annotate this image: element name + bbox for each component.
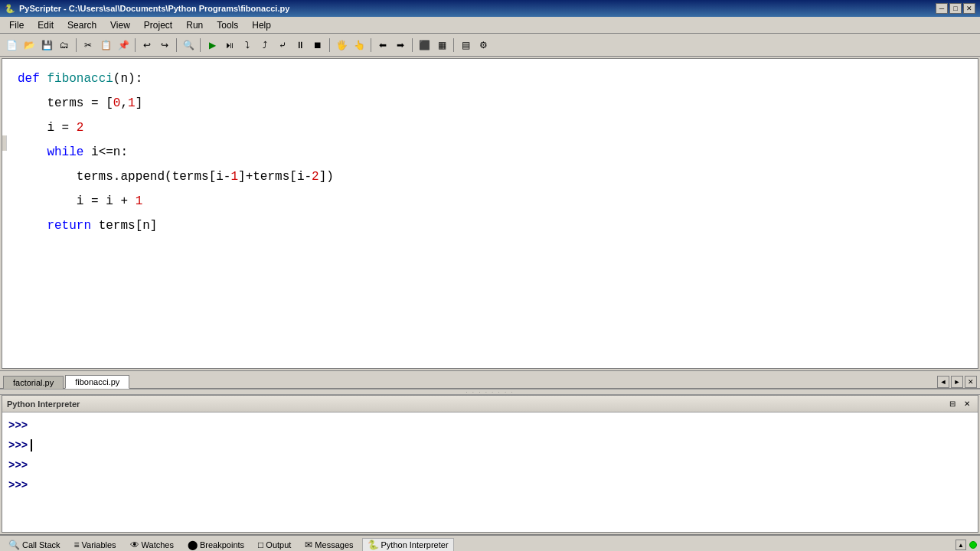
editor-area[interactable]: def fibonacci(n): terms = [0,1] i = 2 wh…: [2, 58, 978, 369]
tab-nav-left[interactable]: ◄: [937, 376, 949, 388]
menu-edit[interactable]: Edit: [31, 18, 60, 32]
toolbar-sep-2: [135, 38, 136, 52]
status-messages[interactable]: ✉ Messages: [299, 538, 358, 551]
panel-close-btn[interactable]: ✕: [961, 399, 973, 408]
variables-icon: ≡: [74, 540, 80, 550]
app-icon: 🐍: [5, 4, 15, 14]
prompt-line-3: >>>: [8, 455, 972, 475]
breakpoints-label: Breakpoints: [200, 540, 244, 549]
tab-close[interactable]: ✕: [965, 376, 977, 388]
pointer-icon[interactable]: 👆: [351, 37, 368, 54]
prompt-line-1: >>>: [8, 416, 972, 435]
menu-run[interactable]: Run: [180, 18, 209, 32]
status-green-indicator: [969, 541, 977, 549]
menu-help[interactable]: Help: [246, 18, 277, 32]
comment-button[interactable]: ▦: [433, 37, 450, 54]
toolbar-sep-1: [76, 38, 77, 52]
prompt-symbol-1: >>>: [8, 416, 28, 435]
step-out[interactable]: ⤶: [274, 37, 291, 54]
menu-bar: File Edit Search View Project Run Tools …: [0, 17, 980, 34]
step-over[interactable]: ⤴: [256, 37, 273, 54]
code-content[interactable]: def fibonacci(n): terms = [0,1] i = 2 wh…: [2, 59, 978, 246]
toolbar: 📄 📂 💾 🗂 ✂ 📋 📌 ↩ ↪ 🔍 ▶ ⏯ ⤵ ⤴ ⤶ ⏸ ⏹ 🖐 👆 ⬅ …: [0, 34, 980, 57]
messages-label: Messages: [315, 540, 353, 549]
run-button[interactable]: ▶: [204, 37, 220, 54]
toolbar-sep-7: [412, 38, 413, 52]
status-bar: 🔍 Call Stack ≡ Variables 👁 Watches ⬤ Bre…: [0, 534, 980, 551]
new-button[interactable]: 📄: [3, 37, 20, 54]
menu-project[interactable]: Project: [138, 18, 178, 32]
toolbar-sep-8: [453, 38, 454, 52]
prompt-symbol-2: >>>: [8, 435, 28, 455]
undo-button[interactable]: ↩: [139, 37, 155, 54]
menu-file[interactable]: File: [3, 18, 30, 32]
prompt-symbol-4: >>>: [8, 475, 28, 495]
pause-button[interactable]: ⏸: [292, 37, 309, 54]
window-title: PyScripter - C:\Users\sal\Documents\Pyth…: [19, 4, 289, 13]
tab-bar: factorial.py fibonacci.py ◄ ► ✕: [0, 370, 980, 389]
status-right: ▲: [956, 540, 977, 550]
toolbar-sep-4: [200, 38, 201, 52]
close-button[interactable]: ✕: [963, 3, 975, 14]
tab-nav-right[interactable]: ►: [951, 376, 963, 388]
status-scroll-up[interactable]: ▲: [956, 540, 966, 550]
breakpoints-icon: ⬤: [188, 540, 198, 550]
call-stack-label: Call Stack: [22, 540, 60, 549]
cut-button[interactable]: ✂: [80, 37, 96, 54]
nav-forward[interactable]: ➡: [392, 37, 409, 54]
tab-bar-right: ◄ ► ✕: [937, 376, 980, 388]
variables-label: Variables: [82, 540, 116, 549]
title-bar-left: 🐍 PyScripter - C:\Users\sal\Documents\Py…: [5, 4, 289, 14]
interpreter-content[interactable]: >>> >>> >>> >>>: [2, 412, 978, 532]
nav-back[interactable]: ⬅: [374, 37, 391, 54]
title-bar: 🐍 PyScripter - C:\Users\sal\Documents\Py…: [0, 0, 980, 17]
prompt-line-2[interactable]: >>>: [8, 435, 972, 455]
call-stack-icon: 🔍: [8, 540, 20, 550]
maximize-button[interactable]: □: [949, 3, 962, 14]
indent-button[interactable]: ⬛: [416, 37, 433, 54]
copy-button[interactable]: 📋: [97, 37, 114, 54]
settings-button[interactable]: ⚙: [475, 37, 492, 54]
redo-button[interactable]: ↪: [156, 37, 173, 54]
find-button[interactable]: 🔍: [180, 37, 197, 54]
prompt-line-4: >>>: [8, 475, 972, 495]
menu-view[interactable]: View: [104, 18, 136, 32]
tab-fibonacci[interactable]: fibonacci.py: [65, 375, 129, 389]
panel-minimize-btn[interactable]: ⊟: [946, 399, 959, 408]
menu-tools[interactable]: Tools: [211, 18, 244, 32]
watches-icon: 👁: [130, 540, 139, 550]
open-button[interactable]: 📂: [21, 37, 38, 54]
title-bar-controls[interactable]: ─ □ ✕: [936, 3, 975, 14]
save-all-button[interactable]: 🗂: [56, 37, 73, 54]
status-breakpoints[interactable]: ⬤ Breakpoints: [182, 538, 250, 551]
status-output[interactable]: □ Output: [253, 538, 296, 551]
minimize-button[interactable]: ─: [936, 3, 948, 14]
tab-factorial[interactable]: factorial.py: [3, 376, 64, 389]
cursor: [31, 439, 32, 452]
watches-label: Watches: [142, 540, 174, 549]
run-to-cursor[interactable]: ⏯: [221, 37, 238, 54]
output-icon: □: [258, 540, 263, 550]
hand-icon[interactable]: 🖐: [333, 37, 350, 54]
panel-header: Python Interpreter ⊟ ✕: [2, 396, 978, 412]
splitter[interactable]: · · · · · · · ·: [0, 389, 980, 395]
bottom-panel: Python Interpreter ⊟ ✕ >>> >>> >>> >>>: [2, 395, 978, 533]
line-indicator: [2, 135, 7, 151]
layout-button[interactable]: ▤: [457, 37, 474, 54]
save-button[interactable]: 💾: [38, 37, 55, 54]
menu-search[interactable]: Search: [61, 18, 103, 32]
main-area: def fibonacci(n): terms = [0,1] i = 2 wh…: [0, 57, 980, 534]
python-interpreter-label: Python Interpreter: [381, 540, 449, 549]
status-watches[interactable]: 👁 Watches: [125, 538, 179, 551]
toolbar-sep-3: [176, 38, 177, 52]
messages-icon: ✉: [305, 540, 312, 550]
panel-controls[interactable]: ⊟ ✕: [946, 399, 973, 408]
toolbar-sep-5: [329, 38, 330, 52]
status-python-interpreter[interactable]: 🐍 Python Interpreter: [362, 538, 454, 552]
status-call-stack[interactable]: 🔍 Call Stack: [3, 538, 66, 551]
panel-title: Python Interpreter: [7, 399, 80, 409]
paste-button[interactable]: 📌: [115, 37, 132, 54]
stop-button[interactable]: ⏹: [309, 37, 326, 54]
status-variables[interactable]: ≡ Variables: [69, 538, 122, 551]
step-in[interactable]: ⤵: [239, 37, 256, 54]
